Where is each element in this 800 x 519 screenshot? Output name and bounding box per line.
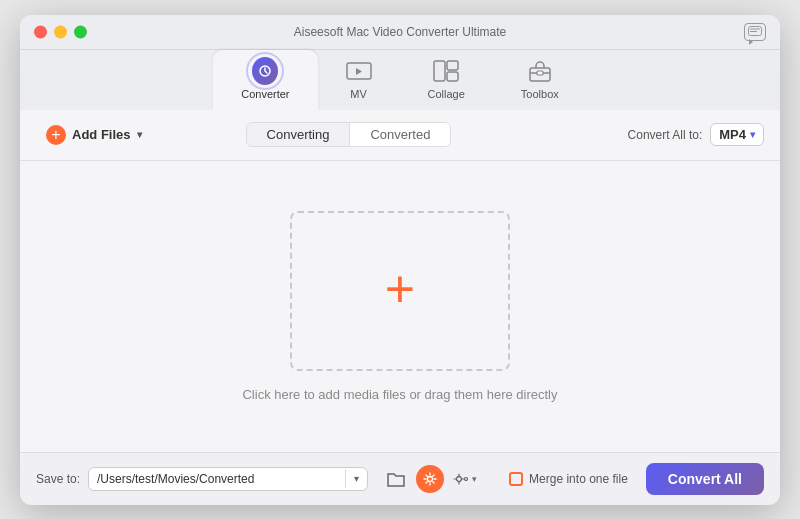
more-settings-button[interactable]: ▾ — [450, 465, 478, 493]
convert-all-to-label: Convert All to: — [628, 128, 703, 142]
svg-point-3 — [260, 66, 270, 76]
svg-rect-5 — [434, 61, 445, 81]
drop-zone[interactable]: + — [290, 211, 510, 371]
mv-tab-icon — [346, 58, 372, 84]
svg-rect-6 — [447, 61, 458, 70]
fullscreen-button[interactable] — [74, 25, 87, 38]
merge-checkbox[interactable] — [509, 472, 523, 486]
drop-zone-hint: Click here to add media files or drag th… — [242, 387, 557, 402]
save-to-label: Save to: — [36, 472, 80, 486]
app-window: Aiseesoft Mac Video Converter Ultimate C… — [20, 15, 780, 505]
settings-button[interactable] — [416, 465, 444, 493]
svg-point-13 — [464, 477, 467, 480]
add-files-chevron: ▾ — [137, 129, 142, 140]
tab-collage[interactable]: Collage — [400, 50, 493, 110]
svg-rect-10 — [537, 71, 543, 75]
tab-toolbox[interactable]: Toolbox — [493, 50, 587, 110]
status-tab-group: Converting Converted — [246, 122, 452, 147]
footer: Save to: ▾ — [20, 452, 780, 505]
toolbar: + Add Files ▾ Converting Converted Conve… — [20, 110, 780, 161]
converting-tab[interactable]: Converting — [247, 123, 351, 146]
title-bar: Aiseesoft Mac Video Converter Ultimate — [20, 15, 780, 50]
feedback-icon[interactable] — [744, 23, 766, 41]
main-content: + Click here to add media files or drag … — [20, 161, 780, 452]
tab-mv[interactable]: MV — [318, 50, 400, 110]
collage-tab-label: Collage — [428, 88, 465, 100]
toolbox-tab-label: Toolbox — [521, 88, 559, 100]
converter-tab-icon — [252, 58, 278, 84]
save-path-container: ▾ — [88, 467, 368, 491]
svg-point-11 — [428, 476, 433, 481]
minimize-button[interactable] — [54, 25, 67, 38]
close-button[interactable] — [34, 25, 47, 38]
svg-point-12 — [456, 476, 461, 481]
merge-label: Merge into one file — [529, 472, 628, 486]
mv-tab-label: MV — [350, 88, 367, 100]
save-path-input[interactable] — [89, 468, 345, 490]
convert-all-button[interactable]: Convert All — [646, 463, 764, 495]
toolbox-tab-icon — [527, 58, 553, 84]
open-folder-button[interactable] — [382, 465, 410, 493]
converted-tab[interactable]: Converted — [350, 123, 450, 146]
format-value: MP4 — [719, 127, 746, 142]
add-files-button[interactable]: + Add Files ▾ — [36, 120, 152, 150]
traffic-lights — [34, 25, 87, 38]
add-files-label: Add Files — [72, 127, 131, 142]
app-title: Aiseesoft Mac Video Converter Ultimate — [294, 25, 507, 39]
convert-all-group: Convert All to: MP4 ▾ — [628, 123, 764, 146]
tab-converter[interactable]: Converter — [213, 50, 317, 110]
collage-tab-icon — [433, 58, 459, 84]
drop-zone-plus-icon: + — [385, 263, 415, 315]
add-files-icon: + — [46, 125, 66, 145]
format-chevron-icon: ▾ — [750, 129, 755, 140]
merge-group: Merge into one file — [509, 472, 628, 486]
nav-tabs: Converter MV Collage — [20, 50, 780, 110]
path-chevron-icon[interactable]: ▾ — [345, 469, 367, 488]
svg-rect-7 — [447, 72, 458, 81]
more-chevron-icon: ▾ — [472, 474, 477, 484]
format-select[interactable]: MP4 ▾ — [710, 123, 764, 146]
footer-icon-group: ▾ — [382, 465, 478, 493]
